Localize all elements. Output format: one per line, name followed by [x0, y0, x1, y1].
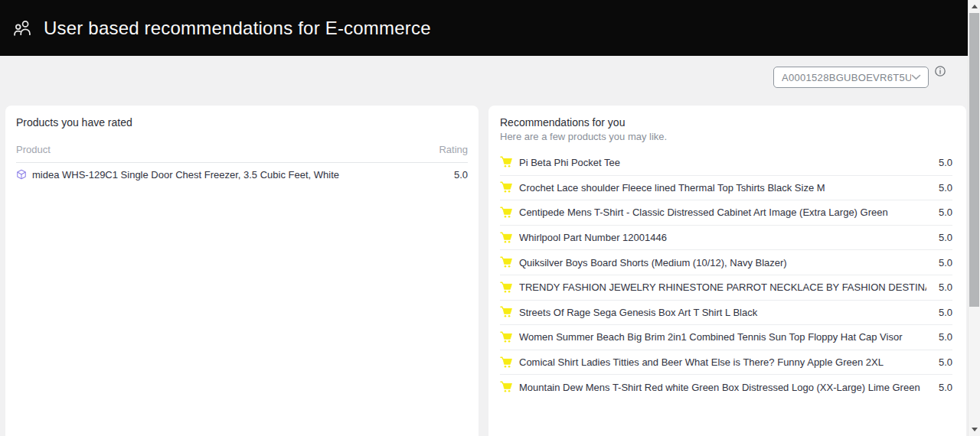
cart-icon: [500, 306, 513, 318]
scrollbar[interactable]: [968, 0, 980, 436]
scroll-up-arrow-icon[interactable]: [972, 5, 978, 8]
recommended-product-rating: 5.0: [926, 331, 952, 343]
rated-product-rating: 5.0: [442, 169, 468, 181]
app-header: User based recommendations for E-commerc…: [0, 0, 968, 56]
info-icon[interactable]: [934, 65, 946, 77]
recommended-product-name: Streets Of Rage Sega Genesis Box Art T S…: [519, 307, 926, 318]
recommended-product-rating: 5.0: [926, 182, 952, 194]
recommended-product-name: Women Summer Beach Big Brim 2in1 Combine…: [519, 331, 926, 343]
scrollbar-thumb[interactable]: [969, 13, 979, 307]
list-item: Streets Of Rage Sega Genesis Box Art T S…: [500, 300, 952, 325]
cart-icon: [500, 156, 513, 168]
cart-icon: [500, 232, 513, 244]
rated-table-header: Product Rating: [16, 144, 468, 163]
recommended-product-name: Pi Beta Phi Pocket Tee: [519, 157, 926, 168]
recommended-product-name: Comical Shirt Ladies Titties and Beer Wh…: [519, 356, 926, 368]
table-row: midea WHS-129C1 Single Door Chest Freeze…: [16, 163, 468, 186]
recommended-product-rating: 5.0: [926, 257, 952, 268]
recommended-product-rating: 5.0: [926, 157, 952, 168]
list-item: Whirlpool Part Number 12001446 5.0: [500, 225, 952, 250]
rated-panel: Products you have rated Product Rating m…: [5, 106, 479, 436]
column-product: Product: [16, 144, 51, 155]
recommended-product-name: Whirlpool Part Number 12001446: [519, 232, 926, 243]
recommended-product-name: Centipede Mens T-Shirt - Classic Distres…: [519, 207, 926, 218]
recommendations-panel: Recommendations for you Here are a few p…: [488, 106, 966, 436]
recommended-product-rating: 5.0: [926, 232, 952, 243]
user-id-value: A0001528BGUBOEVR6T5U: [782, 72, 911, 83]
cart-icon: [500, 381, 513, 393]
rated-product-name: midea WHS-129C1 Single Door Chest Freeze…: [32, 169, 442, 181]
page-title: User based recommendations for E-commerc…: [44, 18, 431, 39]
app: User based recommendations for E-commerc…: [0, 0, 980, 436]
list-item: TRENDY FASHION JEWELRY RHINESTONE PARROT…: [500, 275, 952, 300]
scroll-down-arrow-icon[interactable]: [972, 428, 978, 431]
recommended-product-rating: 5.0: [926, 356, 952, 368]
recommended-product-rating: 5.0: [926, 307, 952, 318]
list-item: Centipede Mens T-Shirt - Classic Distres…: [500, 200, 952, 225]
list-item: Pi Beta Phi Pocket Tee 5.0: [500, 150, 952, 175]
cart-icon: [500, 207, 513, 219]
cart-icon: [500, 281, 513, 294]
recommended-product-name: TRENDY FASHION JEWELRY RHINESTONE PARROT…: [519, 281, 926, 293]
recommendations-title: Recommendations for you: [500, 116, 952, 129]
recommended-product-rating: 5.0: [926, 382, 952, 393]
recommended-product-name: Crochet Lace shoulder Fleece lined Therm…: [519, 182, 926, 194]
recommended-product-rating: 5.0: [926, 207, 952, 218]
user-id-select[interactable]: A0001528BGUBOEVR6T5U: [773, 67, 929, 88]
rated-table-body: midea WHS-129C1 Single Door Chest Freeze…: [16, 163, 468, 186]
list-item: Quiksilver Boys Board Shorts (Medium (10…: [500, 249, 952, 275]
recommended-product-name: Quiksilver Boys Board Shorts (Medium (10…: [519, 257, 926, 268]
recommended-product-name: Mountain Dew Mens T-Shirt Red white Gree…: [519, 382, 926, 393]
list-item: Crochet Lace shoulder Fleece lined Therm…: [500, 175, 952, 200]
column-rating: Rating: [439, 144, 468, 155]
list-item: Comical Shirt Ladies Titties and Beer Wh…: [500, 350, 952, 375]
cart-icon: [500, 181, 513, 194]
recommendations-subtitle: Here are a few products you may like.: [500, 131, 952, 142]
package-cube-icon: [16, 169, 27, 180]
cart-icon: [500, 256, 513, 268]
chevron-down-icon: [911, 74, 921, 80]
cart-icon: [500, 356, 513, 369]
users-icon: [11, 18, 33, 39]
recommended-product-rating: 5.0: [926, 281, 952, 293]
list-item: Mountain Dew Mens T-Shirt Red white Gree…: [500, 374, 952, 399]
recommendations-list: Pi Beta Phi Pocket Tee 5.0 Crochet Lace …: [500, 150, 952, 399]
cart-icon: [500, 331, 513, 343]
list-item: Women Summer Beach Big Brim 2in1 Combine…: [500, 324, 952, 350]
rated-title: Products you have rated: [16, 116, 468, 129]
